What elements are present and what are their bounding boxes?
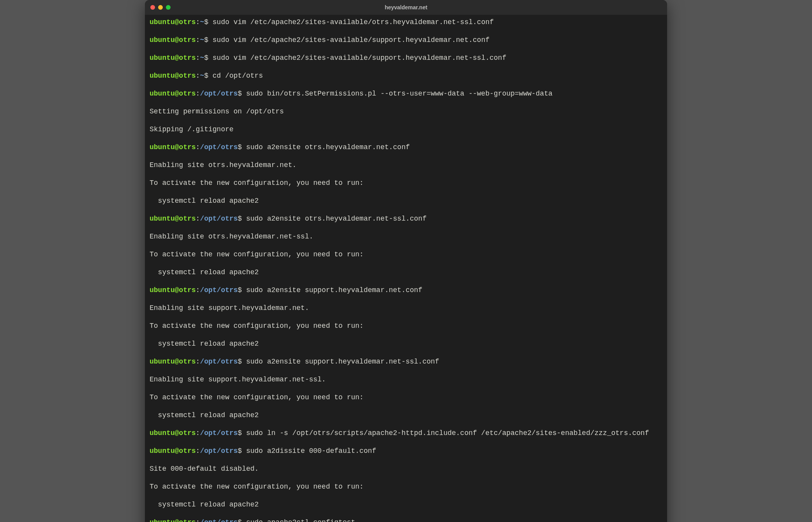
command-text: sudo a2ensite otrs.heyvaldemar.net-ssl.c… [246, 215, 426, 223]
titlebar[interactable]: heyvaldemar.net [145, 0, 667, 15]
prompt-symbol: $ [238, 519, 246, 522]
prompt-user-host: ubuntu@otrs [150, 215, 196, 223]
prompt-symbol: $ [238, 358, 246, 365]
output-text: To activate the new configuration, you n… [150, 251, 364, 258]
output-text: Enabling site support.heyvaldemar.net. [150, 304, 309, 312]
prompt-path: /opt/otrs [200, 358, 238, 365]
terminal-output-line: systemctl reload apache2 [150, 268, 662, 277]
prompt-user-host: ubuntu@otrs [150, 143, 196, 151]
terminal-prompt-line: ubuntu@otrs:/opt/otrs$ sudo bin/otrs.Set… [150, 89, 662, 98]
terminal-body[interactable]: ubuntu@otrs:~$ sudo vim /etc/apache2/sit… [145, 15, 667, 522]
terminal-output-line: systemctl reload apache2 [150, 411, 662, 420]
prompt-path: /opt/otrs [200, 429, 238, 437]
command-text: cd /opt/otrs [213, 72, 263, 80]
terminal-output-line: Enabling site support.heyvaldemar.net. [150, 304, 662, 313]
prompt-separator: : [196, 54, 200, 62]
prompt-path: ~ [200, 72, 204, 80]
prompt-user-host: ubuntu@otrs [150, 72, 196, 80]
prompt-path: ~ [200, 54, 204, 62]
terminal-output-line: To activate the new configuration, you n… [150, 322, 662, 331]
terminal-window: heyvaldemar.net ubuntu@otrs:~$ sudo vim … [145, 0, 667, 522]
terminal-prompt-line: ubuntu@otrs:/opt/otrs$ sudo ln -s /opt/o… [150, 429, 662, 438]
prompt-path: ~ [200, 36, 204, 44]
prompt-separator: : [196, 447, 200, 455]
output-text: systemctl reload apache2 [150, 197, 259, 205]
prompt-symbol: $ [238, 286, 246, 294]
prompt-symbol: $ [238, 447, 246, 455]
command-text: sudo a2dissite 000-default.conf [246, 447, 376, 455]
terminal-prompt-line: ubuntu@otrs:~$ cd /opt/otrs [150, 71, 662, 80]
window-title: heyvaldemar.net [145, 3, 667, 12]
prompt-symbol: $ [204, 18, 213, 26]
command-text: sudo vim /etc/apache2/sites-available/ot… [213, 18, 494, 26]
command-text: sudo ln -s /opt/otrs/scripts/apache2-htt… [246, 429, 649, 437]
command-text: sudo vim /etc/apache2/sites-available/su… [213, 36, 490, 44]
prompt-path: /opt/otrs [200, 286, 238, 294]
terminal-prompt-line: ubuntu@otrs:/opt/otrs$ sudo a2ensite sup… [150, 357, 662, 366]
prompt-user-host: ubuntu@otrs [150, 36, 196, 44]
prompt-separator: : [196, 215, 200, 223]
terminal-prompt-line: ubuntu@otrs:/opt/otrs$ sudo a2ensite otr… [150, 143, 662, 152]
output-text: To activate the new configuration, you n… [150, 322, 364, 330]
terminal-prompt-line: ubuntu@otrs:~$ sudo vim /etc/apache2/sit… [150, 18, 662, 27]
terminal-output-line: Setting permissions on /opt/otrs [150, 107, 662, 116]
prompt-user-host: ubuntu@otrs [150, 519, 196, 522]
prompt-symbol: $ [238, 215, 246, 223]
output-text: Enabling site otrs.heyvaldemar.net. [150, 161, 296, 169]
output-text: Enabling site support.heyvaldemar.net-ss… [150, 376, 326, 383]
prompt-separator: : [196, 36, 200, 44]
prompt-symbol: $ [238, 90, 246, 97]
prompt-separator: : [196, 519, 200, 522]
output-text: To activate the new configuration, you n… [150, 483, 364, 491]
prompt-symbol: $ [204, 54, 213, 62]
prompt-path: /opt/otrs [200, 215, 238, 223]
prompt-symbol: $ [238, 429, 246, 437]
prompt-symbol: $ [204, 72, 213, 80]
terminal-output-line: systemctl reload apache2 [150, 339, 662, 348]
terminal-output-line: systemctl reload apache2 [150, 197, 662, 205]
prompt-separator: : [196, 358, 200, 365]
command-text: sudo a2ensite otrs.heyvaldemar.net.conf [246, 143, 409, 151]
output-text: Enabling site otrs.heyvaldemar.net-ssl. [150, 233, 313, 240]
prompt-user-host: ubuntu@otrs [150, 18, 196, 26]
terminal-output-line: Enabling site otrs.heyvaldemar.net-ssl. [150, 232, 662, 241]
prompt-symbol: $ [238, 143, 246, 151]
close-icon[interactable] [150, 5, 155, 10]
prompt-separator: : [196, 286, 200, 294]
prompt-separator: : [196, 18, 200, 26]
command-text: sudo vim /etc/apache2/sites-available/su… [213, 54, 506, 62]
maximize-icon[interactable] [166, 5, 171, 10]
output-text: Skipping /.gitignore [150, 125, 233, 133]
output-text: systemctl reload apache2 [150, 268, 259, 276]
prompt-user-host: ubuntu@otrs [150, 429, 196, 437]
prompt-user-host: ubuntu@otrs [150, 286, 196, 294]
prompt-path: /opt/otrs [200, 447, 238, 455]
terminal-output-line: To activate the new configuration, you n… [150, 179, 662, 188]
terminal-prompt-line: ubuntu@otrs:/opt/otrs$ sudo a2ensite sup… [150, 286, 662, 295]
output-text: To activate the new configuration, you n… [150, 179, 364, 187]
minimize-icon[interactable] [158, 5, 163, 10]
terminal-prompt-line: ubuntu@otrs:/opt/otrs$ sudo a2dissite 00… [150, 447, 662, 456]
prompt-user-host: ubuntu@otrs [150, 447, 196, 455]
traffic-lights [145, 5, 171, 10]
prompt-separator: : [196, 72, 200, 80]
prompt-path: /opt/otrs [200, 519, 238, 522]
prompt-separator: : [196, 429, 200, 437]
prompt-separator: : [196, 143, 200, 151]
terminal-output-line: Site 000-default disabled. [150, 465, 662, 473]
output-text: Site 000-default disabled. [150, 465, 259, 473]
terminal-prompt-line: ubuntu@otrs:/opt/otrs$ sudo a2ensite otr… [150, 214, 662, 223]
terminal-prompt-line: ubuntu@otrs:~$ sudo vim /etc/apache2/sit… [150, 36, 662, 45]
prompt-user-host: ubuntu@otrs [150, 358, 196, 365]
prompt-path: ~ [200, 18, 204, 26]
output-text: Setting permissions on /opt/otrs [150, 108, 284, 115]
prompt-symbol: $ [204, 36, 213, 44]
terminal-prompt-line: ubuntu@otrs:/opt/otrs$ sudo apache2ctl c… [150, 518, 662, 522]
command-text: sudo bin/otrs.SetPermissions.pl --otrs-u… [246, 90, 552, 97]
output-text: systemctl reload apache2 [150, 340, 259, 348]
terminal-output-line: Enabling site otrs.heyvaldemar.net. [150, 161, 662, 170]
prompt-path: /opt/otrs [200, 90, 238, 97]
terminal-output-line: systemctl reload apache2 [150, 500, 662, 509]
terminal-output-line: Skipping /.gitignore [150, 125, 662, 134]
terminal-output-line: To activate the new configuration, you n… [150, 393, 662, 402]
